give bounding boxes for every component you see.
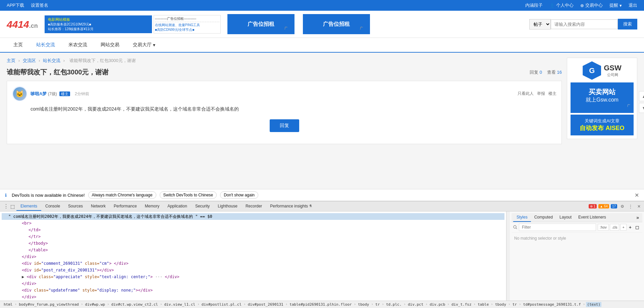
reminder-link[interactable]: 提醒 ▾ (609, 2, 622, 8)
bc-div-pct[interactable]: div.pct (407, 302, 424, 307)
bc-wp[interactable]: div#wp.wp (84, 302, 106, 307)
bc-tbody2[interactable]: tbody (494, 302, 507, 307)
tab-performance-insights[interactable]: Performance insights ⚗ (266, 202, 316, 211)
trade-center-link[interactable]: ⊕ 交易中心 (580, 2, 603, 8)
devtools-close-panel-icon[interactable]: ✕ (636, 203, 642, 210)
no-match-text: No matching selector or style (512, 233, 642, 244)
devtools-html-scrollbar[interactable] (506, 211, 510, 301)
styles-filter-input[interactable] (519, 224, 596, 231)
app-download-link[interactable]: APP下载 (7, 2, 24, 8)
main-area: 主页 › 交流区 › 站长交流 › 谁能帮我改下，红包3000元，谢谢 谁能帮我… (0, 53, 644, 189)
ad-large-2[interactable]: 广告位招租 广 (303, 14, 370, 34)
bc-td-plc[interactable]: td.plc. (385, 302, 402, 307)
bc-ct[interactable]: div#ct.wp.view_ct2.cl (110, 302, 159, 307)
devtools-styles-panel: Styles Computed Layout Event Listeners »… (510, 211, 644, 301)
gsw-ai-ad[interactable]: 关键词生成AI文章 自动发布 AISEO (571, 115, 634, 135)
logout-link[interactable]: 退出 (629, 2, 637, 8)
styles-tab-event-listeners[interactable]: Event Listeners (575, 213, 609, 222)
bc-body[interactable]: body#nv_forum.pg_viewthread (18, 302, 80, 307)
hover-filter-btn[interactable]: :hov (598, 224, 609, 231)
gsw-subtitle: 公司网 (604, 72, 622, 77)
devtools-close-btn[interactable]: ✕ (635, 192, 639, 198)
report-link[interactable]: 举报 (537, 91, 545, 97)
html-line-selected[interactable]: " com域名注册时间2002年，我要改成2024年，不要建议我买老域名，这个域… (2, 213, 504, 220)
gsw-main-ad[interactable]: 买卖网站 就上Gsw.com 广 (571, 82, 634, 113)
cls-filter-btn[interactable]: .cls (610, 224, 620, 231)
always-match-language-btn[interactable]: Always match Chrome's language (88, 191, 156, 199)
tab-security[interactable]: Security (191, 202, 214, 211)
view-count[interactable]: 16 (557, 70, 562, 75)
devtools-panel: ⋮ ⬚ Elements Console Sources Network Per… (0, 201, 644, 308)
bc-td-postmessage[interactable]: td#postmessage_2690131.t.f (522, 302, 582, 307)
styles-tab-styles[interactable]: Styles (513, 213, 531, 222)
devtools-inspect-icon[interactable]: ⬚ (10, 204, 15, 209)
header: 4414.cn 电影网站模板 ■高防服务器2C2G10M29元■ 站长推荐：12… (0, 11, 644, 38)
styles-tab-computed[interactable]: Computed (531, 213, 556, 222)
bc-text[interactable]: (text) (586, 302, 601, 307)
reply-count[interactable]: 0 (540, 70, 542, 75)
add-style-btn[interactable]: + (620, 224, 626, 231)
bc-table[interactable]: table#pid2690131.plhin.floor (288, 302, 353, 307)
scroll-up-arrow[interactable]: ▲ (639, 91, 644, 101)
nav-webmaster-exchange[interactable]: 站长交流 (30, 38, 62, 53)
nav-minong-exchange[interactable]: 米农交流 (62, 38, 94, 52)
floor-label: 楼主 (548, 91, 556, 97)
tab-recorder[interactable]: Recorder (241, 202, 266, 211)
gsw-logo: G GSW 公司网 (571, 61, 634, 80)
personal-center-link[interactable]: 👤 个人中心 (549, 2, 574, 8)
search-category-select[interactable]: 帖子 (529, 19, 551, 29)
devtools-tabs-bar: ⋮ ⬚ Elements Console Sources Network Per… (0, 201, 644, 211)
nav-home[interactable]: 主页 (7, 38, 30, 52)
ad-banner-2[interactable]: -----------广告位招租----------- 在线网站测速、批量PIN… (154, 15, 221, 34)
switch-to-chinese-btn[interactable]: Switch DevTools to Chinese (160, 191, 217, 199)
tab-elements[interactable]: Elements (16, 202, 41, 211)
breadcrumb-exchange[interactable]: 交流区 (23, 58, 36, 63)
site-logo[interactable]: 4414.cn (7, 18, 38, 30)
tab-lighthouse[interactable]: Lighthouse (214, 202, 241, 211)
bc-view-l1[interactable]: div.view_l1.cl (163, 302, 197, 307)
bc-div-fsz[interactable]: div_t.fsz (450, 302, 473, 307)
filter-buttons: :hov .cls + + ◻ (598, 224, 641, 231)
more-options-icon[interactable]: ⋮ (627, 203, 634, 210)
styles-panel-expand-icon[interactable]: » (635, 213, 641, 222)
toggle-pseudo-icon[interactable]: ◻ (634, 224, 641, 231)
ad-banner-1[interactable]: 电影网站模板 ■高防服务器2C2G10M29元■ 站长推荐：128核服务器¥11… (45, 15, 152, 33)
bc-html[interactable]: html (3, 302, 14, 307)
set-signature-link[interactable]: 设置签名 (31, 2, 48, 8)
gsw-ad[interactable]: G GSW 公司网 买卖网站 就上Gsw.com 广 关键词生成AI文章 自动发… (567, 58, 637, 139)
svg-line-1 (516, 228, 517, 229)
tab-performance[interactable]: Performance (110, 202, 141, 211)
tab-memory[interactable]: Memory (141, 202, 163, 211)
only-this-author-link[interactable]: 只看此人 (518, 91, 534, 97)
breadcrumb-webmaster[interactable]: 站长交流 (43, 58, 60, 63)
nav-website-trade[interactable]: 网站交易 (94, 38, 126, 52)
bc-postlist[interactable]: div#postlist.pl.cl (201, 302, 243, 307)
breadcrumb-home[interactable]: 主页 (7, 58, 15, 63)
settings-icon[interactable]: ⚙ (619, 203, 626, 210)
username[interactable]: 哆啦A梦 (31, 91, 47, 96)
devtools-dots[interactable]: ⋮ (2, 203, 10, 209)
bc-tbody[interactable]: tbody (357, 302, 370, 307)
tab-console[interactable]: Console (41, 202, 64, 211)
bc-tr2[interactable]: tr (512, 302, 518, 307)
scroll-down-arrow[interactable]: ▼ (639, 103, 644, 113)
search-button[interactable]: 搜索 (618, 19, 637, 29)
tab-sources[interactable]: Sources (64, 202, 87, 211)
bc-div-pcb[interactable]: div.pcb (429, 302, 446, 307)
neihan-link[interactable]: 内涵段子 (525, 2, 543, 8)
styles-tab-layout[interactable]: Layout (556, 213, 575, 222)
info-badge: 17 (611, 204, 617, 208)
search-input[interactable] (551, 19, 618, 29)
reply-button[interactable]: 回复 (270, 119, 299, 132)
bc-post[interactable]: div#post_2690131 (247, 302, 284, 307)
ad-large-1[interactable]: 广告位招租 广 (227, 14, 294, 34)
tab-network[interactable]: Network (87, 202, 110, 211)
breadcrumb-current: 谁能帮我改下，红包3000元，谢谢 (69, 58, 136, 63)
nav-trade-hall[interactable]: 交易大厅 ▾ (126, 38, 162, 52)
dont-show-again-btn[interactable]: Don't show again (220, 191, 258, 199)
post-actions: 只看此人 举报 楼主 (518, 91, 556, 97)
new-style-rule-icon[interactable]: + (628, 224, 633, 231)
tab-application[interactable]: Application (163, 202, 191, 211)
bc-tr[interactable]: tr (374, 302, 381, 307)
bc-table2[interactable]: table (477, 302, 490, 307)
